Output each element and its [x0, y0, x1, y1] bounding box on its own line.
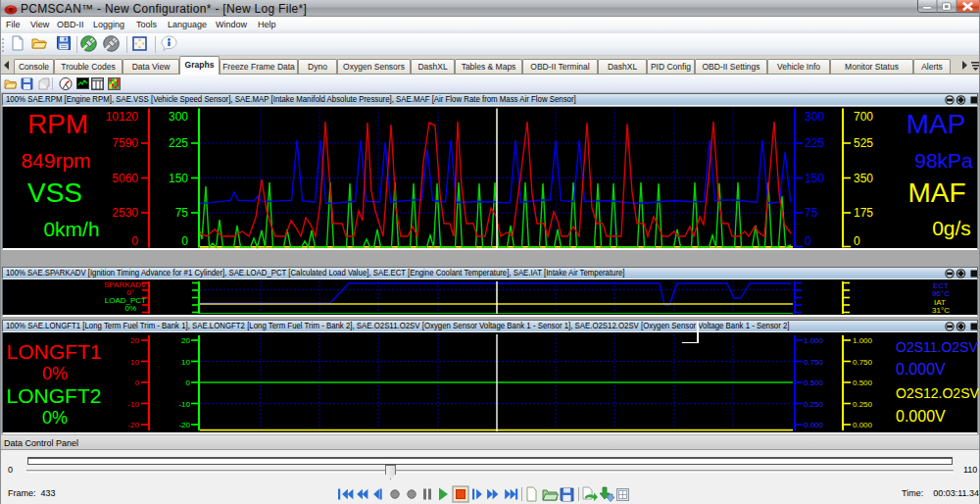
svg-text:-20: -20	[127, 421, 139, 429]
svg-text:0: 0	[135, 378, 140, 387]
svg-text:0.250: 0.250	[853, 400, 873, 409]
svg-text:-10: -10	[178, 400, 190, 409]
svg-text:LONGFT1: LONGFT1	[7, 340, 102, 363]
svg-text:MAF: MAF	[907, 177, 965, 208]
svg-text:RPM: RPM	[27, 109, 88, 139]
svg-text:0.750: 0.750	[853, 358, 873, 367]
svg-text:O2S11.O2SV: O2S11.O2SV	[896, 339, 978, 355]
svg-text:150: 150	[805, 172, 824, 185]
svg-text:0: 0	[854, 234, 860, 248]
svg-text:700: 700	[854, 110, 873, 124]
svg-text:350: 350	[854, 172, 873, 185]
svg-text:MAP: MAP	[906, 109, 966, 139]
svg-text:1.000: 1.000	[853, 336, 873, 345]
svg-text:-20: -20	[178, 421, 190, 429]
svg-text:225: 225	[169, 136, 188, 150]
svg-text:0.000: 0.000	[853, 421, 873, 429]
svg-text:300: 300	[805, 110, 824, 124]
svg-text:1.000: 1.000	[804, 336, 824, 345]
svg-text:849rpm: 849rpm	[21, 149, 90, 172]
svg-text:0.000V: 0.000V	[896, 361, 946, 378]
svg-text:10: 10	[181, 358, 190, 367]
svg-text:20: 20	[130, 336, 139, 345]
svg-text:-10: -10	[127, 400, 139, 409]
svg-text:10120: 10120	[106, 110, 139, 124]
svg-text:20: 20	[181, 336, 190, 345]
svg-text:0: 0	[805, 234, 811, 248]
svg-text:75: 75	[175, 206, 189, 220]
svg-text:0.500: 0.500	[804, 378, 824, 387]
svg-text:0%: 0%	[42, 364, 68, 383]
svg-text:10: 10	[130, 358, 139, 367]
svg-text:LONGFT2: LONGFT2	[7, 384, 102, 407]
svg-text:0.250: 0.250	[804, 400, 824, 409]
svg-text:0: 0	[131, 234, 138, 248]
svg-text:VSS: VSS	[27, 177, 82, 208]
svg-text:SPARKADV: SPARKADV	[104, 280, 147, 289]
svg-text:0.000V: 0.000V	[896, 408, 946, 425]
svg-text:0.000: 0.000	[804, 421, 824, 429]
svg-text:0%: 0%	[124, 304, 136, 313]
svg-text:0: 0	[181, 234, 188, 248]
svg-text:0.500: 0.500	[853, 378, 873, 387]
svg-text:0g/s: 0g/s	[932, 217, 971, 239]
svg-text:0: 0	[186, 378, 191, 387]
svg-text:5060: 5060	[112, 172, 138, 185]
svg-text:98kPa: 98kPa	[914, 149, 973, 172]
svg-text:7590: 7590	[112, 136, 138, 150]
svg-text:0km/h: 0km/h	[43, 218, 99, 240]
svg-text:2530: 2530	[112, 206, 138, 220]
svg-text:300: 300	[169, 110, 188, 124]
svg-text:O2S12.O2SV: O2S12.O2SV	[896, 385, 979, 401]
svg-text:175: 175	[854, 206, 873, 220]
svg-text:0%: 0%	[42, 408, 68, 428]
svg-text:525: 525	[854, 136, 873, 150]
svg-text:0.750: 0.750	[804, 358, 824, 367]
svg-text:75: 75	[805, 206, 818, 220]
svg-text:150: 150	[169, 172, 188, 185]
svg-text:225: 225	[805, 136, 824, 150]
svg-text:31°C: 31°C	[932, 306, 950, 315]
